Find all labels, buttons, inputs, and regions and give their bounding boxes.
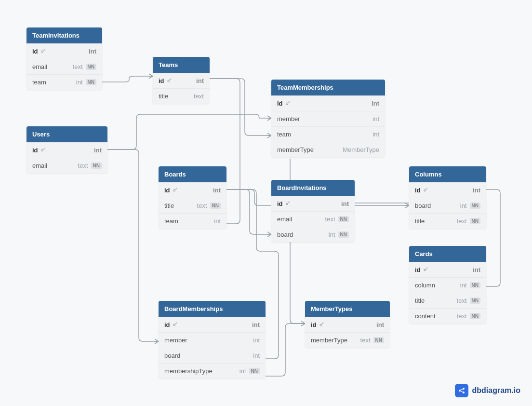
branding: dbdiagram.io: [455, 384, 520, 397]
field-row[interactable]: emailtextNN: [27, 59, 102, 74]
field-row[interactable]: idint: [153, 73, 210, 88]
table-title: Columns: [409, 166, 486, 182]
field-name: membershipType: [164, 367, 213, 375]
field-name: team: [164, 217, 178, 225]
field-row[interactable]: columnintNN: [409, 277, 486, 293]
not-null-badge: NN: [470, 313, 480, 319]
not-null-badge: NN: [470, 282, 480, 288]
field-type: int: [239, 367, 246, 375]
table-Cards[interactable]: CardsidintcolumnintNNtitletextNNcontentt…: [409, 246, 486, 324]
field-row[interactable]: memberTypeMemberType: [271, 142, 385, 157]
table-Columns[interactable]: ColumnsidintboardintNNtitletextNN: [409, 166, 486, 229]
table-Users[interactable]: UsersidintemailtextNN: [27, 126, 107, 173]
field-row[interactable]: boardintNN: [409, 198, 486, 213]
field-name: member: [164, 337, 187, 344]
field-row[interactable]: boardintNN: [271, 227, 355, 242]
field-type: int: [94, 147, 102, 154]
field-row[interactable]: idint: [27, 142, 107, 158]
not-null-badge: NN: [373, 337, 384, 343]
table-title: Teams: [153, 57, 210, 73]
field-row[interactable]: idint: [27, 43, 102, 59]
field-name: email: [277, 216, 292, 223]
primary-key-icon: [40, 147, 46, 154]
table-TeamMemberships[interactable]: TeamMembershipsidintmemberintteamintmemb…: [271, 80, 385, 157]
field-name: email: [32, 162, 47, 169]
table-MemberTypes[interactable]: MemberTypesidintmemberTypetextNN: [305, 301, 390, 348]
field-row[interactable]: titletextNN: [409, 293, 486, 308]
field-type: int: [473, 187, 480, 194]
primary-key-icon: [173, 187, 178, 194]
field-name: title: [415, 297, 425, 304]
primary-key-icon: [423, 187, 428, 194]
field-type: text: [325, 216, 335, 223]
share-icon: [455, 384, 468, 397]
field-row[interactable]: idint: [305, 317, 390, 332]
field-type: int: [253, 337, 260, 344]
field-type: int: [372, 100, 379, 107]
table-title: TeamInvitations: [27, 27, 102, 43]
field-type: text: [194, 93, 204, 100]
field-type: int: [341, 200, 349, 207]
field-type: int: [372, 115, 379, 122]
table-title: BoardMemberships: [159, 301, 266, 317]
table-TeamInvitations[interactable]: TeamInvitationsidintemailtextNNteamintNN: [27, 27, 102, 90]
field-row[interactable]: membershipTypeintNN: [159, 363, 266, 379]
table-title: BoardInvitations: [271, 180, 355, 196]
field-type: int: [473, 266, 480, 273]
table-BoardMemberships[interactable]: BoardMembershipsidintmemberintboardintme…: [159, 301, 266, 379]
field-row[interactable]: boardint: [159, 348, 266, 363]
field-row[interactable]: idint: [409, 262, 486, 277]
field-type: int: [253, 352, 260, 359]
table-Boards[interactable]: BoardsidinttitletextNNteamint: [159, 166, 226, 229]
field-type: MemberType: [343, 146, 379, 153]
field-type: text: [73, 63, 83, 70]
field-type: int: [460, 202, 467, 209]
field-row[interactable]: titletextNN: [409, 213, 486, 229]
not-null-badge: NN: [470, 218, 480, 224]
field-type: text: [78, 162, 88, 169]
table-title: MemberTypes: [305, 301, 390, 317]
primary-key-icon: [285, 200, 291, 207]
field-row[interactable]: teamint: [271, 126, 385, 142]
field-name: content: [415, 312, 436, 320]
table-title: Boards: [159, 166, 226, 182]
branding-text: dbdiagram.io: [472, 386, 520, 395]
field-name: id: [311, 321, 317, 328]
field-row[interactable]: idint: [159, 182, 226, 198]
field-name: id: [277, 200, 283, 207]
field-row[interactable]: memberint: [159, 332, 266, 348]
field-row[interactable]: emailtextNN: [27, 158, 107, 173]
field-row[interactable]: idint: [271, 95, 385, 111]
field-row[interactable]: titletext: [153, 88, 210, 104]
field-name: board: [164, 352, 180, 359]
not-null-badge: NN: [338, 231, 349, 238]
field-type: int: [460, 282, 467, 289]
primary-key-icon: [423, 266, 428, 273]
field-name: id: [32, 147, 38, 154]
field-type: int: [214, 217, 221, 225]
table-Teams[interactable]: Teamsidinttitletext: [153, 57, 210, 104]
field-row[interactable]: contenttextNN: [409, 308, 486, 324]
svg-point-10: [459, 390, 461, 392]
field-name: id: [32, 48, 38, 55]
not-null-badge: NN: [470, 298, 480, 304]
field-row[interactable]: emailtextNN: [271, 211, 355, 227]
table-BoardInvitations[interactable]: BoardInvitationsidintemailtextNNboardint…: [271, 180, 355, 242]
field-row[interactable]: teamintNN: [27, 74, 102, 90]
field-row[interactable]: titletextNN: [159, 198, 226, 213]
field-name: column: [415, 282, 435, 289]
field-name: board: [277, 231, 293, 238]
field-row[interactable]: idint: [409, 182, 486, 198]
field-type: int: [213, 187, 221, 194]
field-row[interactable]: memberint: [271, 111, 385, 126]
field-row[interactable]: idint: [159, 317, 266, 332]
field-row[interactable]: teamint: [159, 213, 226, 229]
field-row[interactable]: memberTypetextNN: [305, 332, 390, 348]
field-row[interactable]: idint: [271, 196, 355, 211]
field-name: member: [277, 115, 300, 122]
primary-key-icon: [319, 321, 324, 328]
field-name: id: [164, 321, 170, 328]
not-null-badge: NN: [91, 162, 102, 169]
not-null-badge: NN: [86, 79, 96, 85]
field-type: int: [76, 79, 83, 86]
